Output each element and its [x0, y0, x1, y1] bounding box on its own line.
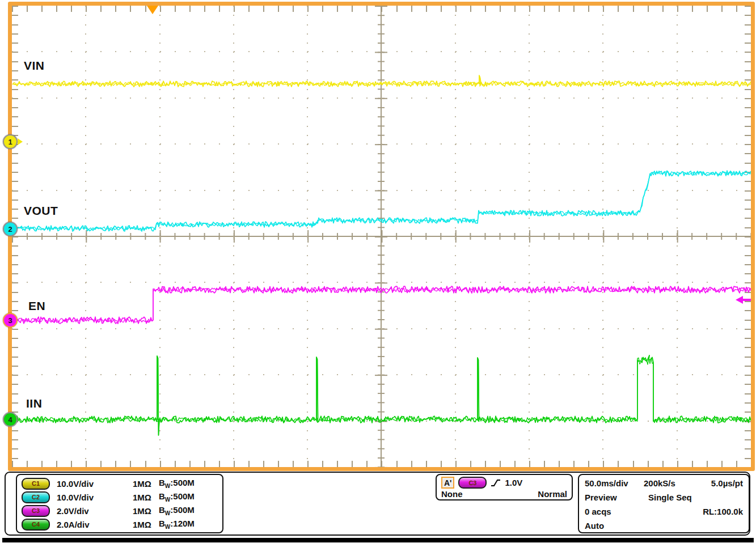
channel-badge-label: C1	[32, 480, 40, 487]
channel-row-c3: C3 2.0V/div 1MΩ BW:500M	[22, 504, 222, 517]
channel-marker-2[interactable]: 2	[3, 222, 18, 236]
channel-bandwidth: BW:500M	[159, 505, 195, 516]
acquisition-mode: Single Seq	[648, 493, 692, 502]
graticule-frame: VIN VOUT EN IIN	[8, 2, 755, 471]
trigger-summary-row: A' C3 1.0V	[441, 477, 567, 489]
channel-badge-label: C3	[32, 507, 40, 514]
channel-scale: 2.0V/div	[57, 506, 133, 516]
waveform-plot-area: VIN VOUT EN IIN	[12, 6, 751, 467]
channel-row-c2: C2 10.0V/div 1MΩ BW:500M	[22, 490, 222, 504]
waveform-traces	[12, 6, 751, 467]
trace-label-iin: IIN	[26, 397, 42, 410]
channel-marker-3[interactable]: 3	[3, 313, 18, 328]
trigger-mode-row: None Normal	[441, 489, 567, 499]
acquisition-count: 0 acqs	[585, 507, 611, 516]
horizontal-settings-box[interactable]: 50.0ms/div 200kS/s 5.0µs/pt Preview Sing…	[578, 474, 750, 533]
trigger-level-value: 1.0V	[505, 478, 522, 487]
channel-bandwidth: BW:120M	[159, 519, 195, 530]
channel-badge-c3[interactable]: C3	[22, 505, 50, 517]
channel-impedance: 1MΩ	[133, 479, 159, 489]
channel-badge-label: C4	[32, 521, 40, 528]
channel-impedance: 1MΩ	[133, 506, 159, 516]
channel-marker-4[interactable]: 4	[3, 412, 18, 427]
channel-scale: 10.0V/div	[57, 479, 133, 489]
channel-scale: 10.0V/div	[57, 493, 133, 502]
trigger-position-marker[interactable]	[147, 6, 158, 14]
timebase-scale: 50.0ms/div	[585, 478, 644, 488]
horizontal-row-1: 50.0ms/div 200kS/s 5.0µs/pt	[585, 476, 743, 490]
readout-bar: C1 10.0V/div 1MΩ BW:500M C2 10.0V/div 1M…	[5, 472, 750, 536]
channel-impedance: 1MΩ	[133, 493, 159, 502]
sample-rate: 200kS/s	[644, 478, 675, 488]
channel-badge-label: C2	[32, 494, 40, 500]
trace-label-vout: VOUT	[24, 204, 58, 218]
record-length: RL:100.0k	[703, 507, 743, 516]
channel-bandwidth: BW:500M	[159, 478, 195, 489]
trace-label-vin: VIN	[24, 59, 45, 73]
acquisition-status: Preview	[585, 493, 648, 502]
trigger-mode: Normal	[538, 489, 567, 499]
channel-scale: 2.0A/div	[57, 520, 133, 529]
bottom-black-bar	[2, 538, 754, 542]
channel-bandwidth: BW:500M	[159, 491, 195, 503]
sample-resolution: 5.0µs/pt	[711, 478, 743, 488]
trigger-label-chip[interactable]: A'	[441, 477, 454, 489]
horizontal-row-3: 0 acqs RL:100.0k	[585, 504, 743, 519]
trigger-mode-auto: Auto	[585, 521, 604, 531]
channel-impedance: 1MΩ	[133, 520, 159, 529]
trigger-source-badge[interactable]: C3	[458, 477, 487, 489]
channel-marker-arrow	[18, 138, 23, 145]
trigger-source-label: C3	[468, 480, 476, 486]
trigger-level-arrow[interactable]	[736, 296, 751, 304]
horizontal-row-4: Auto	[585, 519, 743, 533]
horizontal-row-2: Preview Single Seq	[585, 490, 743, 504]
channel-badge-c1[interactable]: C1	[22, 478, 50, 490]
channel-settings-box[interactable]: C1 10.0V/div 1MΩ BW:500M C2 10.0V/div 1M…	[16, 474, 223, 533]
channel-badge-c2[interactable]: C2	[22, 491, 50, 503]
channel-row-c1: C1 10.0V/div 1MΩ BW:500M	[22, 477, 222, 490]
channel-badge-c4[interactable]: C4	[22, 519, 50, 531]
trigger-settings-box[interactable]: A' C3 1.0V None Normal	[436, 474, 573, 500]
trigger-holdoff: None	[441, 489, 463, 499]
channel-row-c4: C4 2.0A/div 1MΩ BW:120M	[22, 517, 222, 531]
channel-marker-1[interactable]: 1	[3, 134, 18, 149]
rising-edge-icon	[491, 478, 501, 487]
trace-label-en: EN	[28, 299, 45, 313]
